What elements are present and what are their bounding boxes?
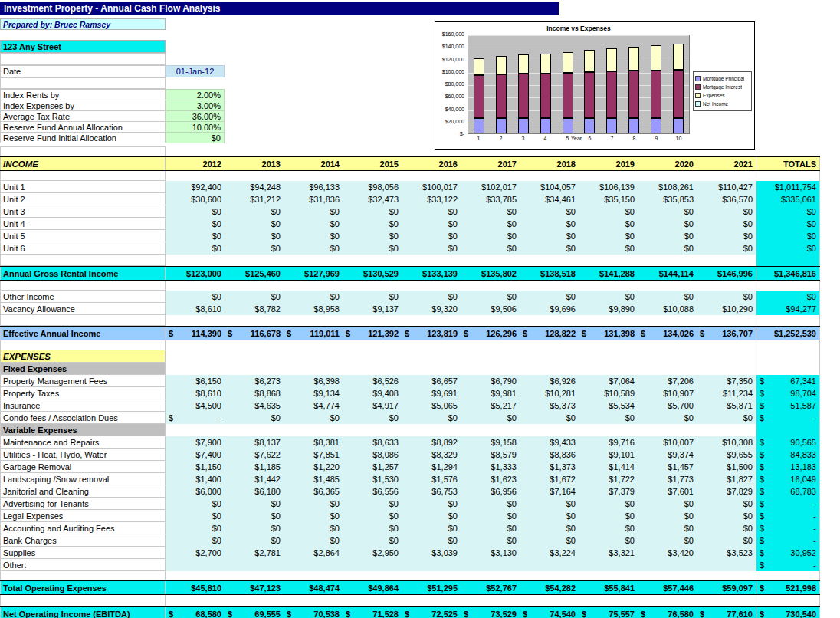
cell-utilities-heat-hydo-water-2016[interactable]: $8,329 [402,449,461,461]
row-label-unit-6[interactable]: Unit 6 [0,242,166,255]
cell-landscaping-snow-removal-2014[interactable]: $1,485 [284,473,343,485]
cell-total-operating-expenses-2017[interactable]: $52,767 [461,581,520,594]
cell-fixed-expenses-2017[interactable] [461,363,520,375]
cell-property-management-fees-2018[interactable]: $6,926 [520,375,579,387]
cell-spacer-2015[interactable] [343,255,402,266]
cell-fixed-expenses-2018[interactable] [520,363,579,375]
cell-spacer-2013[interactable] [225,595,284,606]
cell-spacer-2019[interactable] [579,595,638,606]
cell-spacer-2019[interactable] [579,281,638,291]
cell-spacer-2019[interactable] [579,171,638,181]
cell-insurance-2019[interactable]: $5,534 [579,399,638,412]
cell-utilities-heat-hydo-water-2014[interactable]: $7,851 [284,449,343,461]
cell-bank-charges-2018[interactable]: $0 [520,534,579,547]
cell-legal-expenses-total[interactable]: $- [756,510,820,522]
cell-legal-expenses-2018[interactable]: $0 [520,510,579,522]
cell-janitorial-and-cleaning-2016[interactable]: $6,753 [402,485,461,498]
cell-garbage-removal-2017[interactable]: $1,333 [461,461,520,473]
year-header-2021[interactable]: 2021 [697,157,756,170]
cell-net-operating-income-ebitda-2020[interactable]: $76,580 [638,607,697,618]
cell-unit-2-total[interactable]: $335,061 [756,193,820,205]
cell-maintenance-and-repairs-2019[interactable]: $9,716 [579,436,638,449]
cell-unit-6-2019[interactable]: $0 [579,242,638,255]
cell-unit-6-2018[interactable]: $0 [520,242,579,255]
cell-janitorial-and-cleaning-2018[interactable]: $7,164 [520,485,579,498]
cell-janitorial-and-cleaning-2013[interactable]: $6,180 [225,485,284,498]
cell-other-2015[interactable] [343,559,402,571]
cell-property-taxes-2012[interactable]: $8,610 [166,387,225,399]
cell-vacancy-allowance-2013[interactable]: $8,782 [225,303,284,315]
cell-spacer-2016[interactable] [402,571,461,580]
cell-fixed-expenses-2021[interactable] [697,363,756,375]
cell-garbage-removal-2016[interactable]: $1,294 [402,461,461,473]
year-header-2018[interactable]: 2018 [520,157,579,170]
cell-annual-gross-rental-income-total[interactable]: $1,346,816 [756,267,820,280]
cell-unit-2-2018[interactable]: $34,461 [520,193,579,205]
cell-unit-5-2016[interactable]: $0 [402,230,461,242]
cell-other-income-2012[interactable]: $0 [166,291,225,303]
cell-effective-annual-income-2015[interactable]: $121,392 [343,327,402,340]
cell-unit-5-total[interactable]: $0 [756,230,820,242]
year-header-2016[interactable]: 2016 [402,157,461,170]
cell-other-income-2017[interactable]: $0 [461,291,520,303]
cell-spacer-2016[interactable] [402,171,461,181]
cell-utilities-heat-hydo-water-2012[interactable]: $7,400 [166,449,225,461]
cell-unit-4-2012[interactable]: $0 [166,218,225,230]
cell-spacer-2015[interactable] [343,571,402,580]
cell-advertising-for-tenants-2016[interactable]: $0 [402,498,461,510]
cell-effective-annual-income-2017[interactable]: $126,296 [461,327,520,340]
cell-advertising-for-tenants-2014[interactable]: $0 [284,498,343,510]
cell-net-operating-income-ebitda-2013[interactable]: $69,555 [225,607,284,618]
year-header-2012[interactable]: 2012 [166,157,225,170]
cell-advertising-for-tenants-2021[interactable]: $0 [697,498,756,510]
cell-insurance-2018[interactable]: $5,373 [520,399,579,412]
cell-legal-expenses-2020[interactable]: $0 [638,510,697,522]
cell-maintenance-and-repairs-2013[interactable]: $8,137 [225,436,284,449]
cell-spacer-2021[interactable] [697,281,756,291]
cell-spacer-2014[interactable] [284,281,343,291]
cell-accounting-and-auditing-fees-2016[interactable]: $0 [402,522,461,534]
cell-maintenance-and-repairs-2015[interactable]: $8,633 [343,436,402,449]
cell-spacer-2016[interactable] [402,595,461,606]
cell-garbage-removal-2021[interactable]: $1,500 [697,461,756,473]
cell-spacer-2016[interactable] [402,315,461,326]
cell-unit-3-2015[interactable]: $0 [343,205,402,218]
cell-spacer-2019[interactable] [579,255,638,266]
row-label-unit-3[interactable]: Unit 3 [0,205,166,218]
cell-condo-fees-association-dues-2018[interactable]: $0 [520,412,579,424]
row-label-bank-charges[interactable]: Bank Charges [0,534,166,547]
cell-spacer-2021[interactable] [697,571,756,580]
row-label-annual-gross-rental-income[interactable]: Annual Gross Rental Income [0,267,166,280]
cell-other-2018[interactable] [520,559,579,571]
cell-maintenance-and-repairs-total[interactable]: $90,565 [756,436,820,449]
row-label-property-taxes[interactable]: Property Taxes [0,387,166,399]
cell-total-operating-expenses-2019[interactable]: $55,841 [579,581,638,594]
cell-other-income-2019[interactable]: $0 [579,291,638,303]
cell-spacer-2014[interactable] [284,315,343,326]
cell-spacer-2015[interactable] [343,281,402,291]
cell-vacancy-allowance-2014[interactable]: $8,958 [284,303,343,315]
cell-supplies-2021[interactable]: $3,523 [697,547,756,559]
row-label-condo-fees-association-dues[interactable]: Condo fees / Association Dues [0,412,166,424]
cell-spacer-total[interactable] [756,281,820,291]
cell-effective-annual-income-2012[interactable]: $114,390 [166,327,225,340]
cell-spacer-2020[interactable] [638,595,697,606]
param-value-index-expenses-by[interactable]: 3.00% [166,100,225,111]
cell-unit-4-2018[interactable]: $0 [520,218,579,230]
cell-other-2013[interactable] [225,559,284,571]
cell-effective-annual-income-2019[interactable]: $131,398 [579,327,638,340]
row-label-landscaping-snow-removal[interactable]: Landscaping /Snow removal [0,473,166,485]
cell-spacer-2014[interactable] [284,340,343,350]
cell-spacer-2021[interactable] [697,315,756,326]
cell-insurance-2014[interactable]: $4,774 [284,399,343,412]
cell-unit-2-2016[interactable]: $33,122 [402,193,461,205]
cell-unit-2-2020[interactable]: $35,853 [638,193,697,205]
row-label-spacer[interactable] [0,255,166,266]
cell-spacer-2018[interactable] [520,171,579,181]
cell-total-operating-expenses-2015[interactable]: $49,864 [343,581,402,594]
cell-unit-4-2020[interactable]: $0 [638,218,697,230]
cell-supplies-2012[interactable]: $2,700 [166,547,225,559]
cell-variable-expenses-2019[interactable] [579,424,638,436]
cell-unit-5-2017[interactable]: $0 [461,230,520,242]
cell-spacer-2019[interactable] [579,571,638,580]
